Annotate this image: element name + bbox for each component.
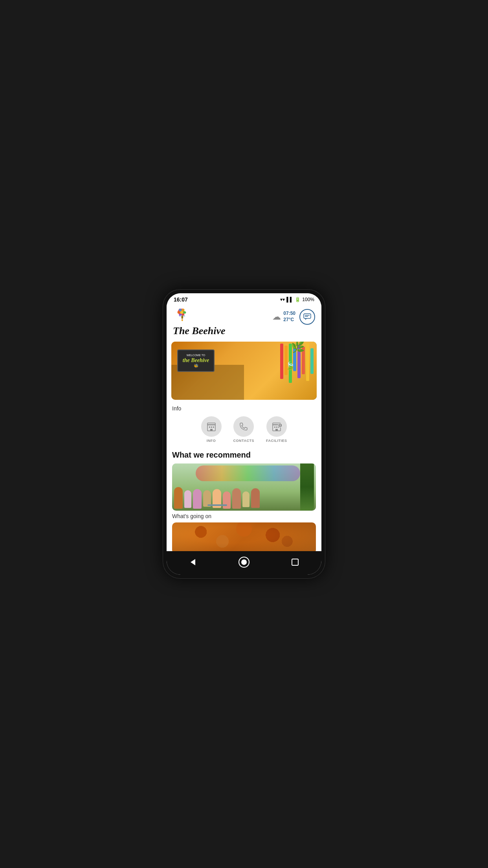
status-icons: ▾▾ ▌▌ 🔋 100% bbox=[280, 297, 314, 302]
recent-icon bbox=[292, 559, 299, 566]
svg-rect-38 bbox=[292, 559, 298, 565]
phone-icon bbox=[238, 421, 249, 432]
hero-sign: WELCOME TO the Beehive 🐝 bbox=[177, 349, 215, 372]
weather-info: 07:50 27°C bbox=[283, 311, 295, 323]
logo-section: The Beehive bbox=[173, 307, 226, 337]
recommend-title: What we recommend bbox=[172, 451, 316, 460]
svg-marker-20 bbox=[305, 318, 307, 320]
wifi-icon: ▾▾ bbox=[280, 297, 285, 302]
contacts-button-label: CONTACTS bbox=[233, 439, 254, 443]
back-button[interactable] bbox=[186, 555, 200, 569]
svg-rect-22 bbox=[207, 423, 215, 425]
svg-rect-30 bbox=[276, 427, 277, 428]
recent-button[interactable] bbox=[288, 555, 302, 569]
recommend-section: What we recommend bbox=[167, 447, 321, 551]
icon-buttons-row: INFO CONTACTS bbox=[167, 415, 321, 447]
hero-image: WELCOME TO the Beehive 🐝 🌿 bbox=[171, 342, 317, 400]
app-header: The Beehive ☁ 07:50 27°C bbox=[167, 304, 321, 338]
svg-rect-11 bbox=[182, 317, 183, 317]
status-time: 16:07 bbox=[174, 296, 188, 303]
hero-sign-name: the Beehive bbox=[182, 357, 210, 364]
svg-rect-23 bbox=[209, 427, 210, 428]
beehive-logo-icon bbox=[173, 307, 191, 325]
svg-rect-17 bbox=[304, 314, 311, 318]
plant-leaf-icon: 🍃 bbox=[285, 361, 295, 371]
back-icon bbox=[189, 558, 197, 566]
svg-rect-25 bbox=[213, 427, 214, 428]
app-logo-title: The Beehive bbox=[173, 325, 226, 337]
svg-rect-32 bbox=[275, 429, 278, 431]
hero-sign-bee: 🐝 bbox=[182, 364, 210, 368]
chat-icon bbox=[303, 313, 311, 320]
facilities-icon-circle bbox=[266, 416, 287, 437]
facilities-button-label: FACILITIES bbox=[266, 439, 287, 443]
phone-screen: 16:07 ▾▾ ▌▌ 🔋 100% bbox=[167, 293, 321, 575]
battery-text: 100% bbox=[302, 297, 314, 302]
svg-point-8 bbox=[180, 311, 183, 314]
building-icon bbox=[206, 421, 216, 432]
status-bar: 16:07 ▾▾ ▌▌ 🔋 100% bbox=[167, 293, 321, 304]
cloud-icon: ☁ bbox=[272, 312, 281, 322]
svg-rect-29 bbox=[274, 427, 275, 428]
svg-rect-12 bbox=[182, 318, 183, 318]
signal-icon: ▌▌ bbox=[286, 297, 293, 302]
svg-marker-37 bbox=[191, 559, 195, 565]
header-right: ☁ 07:50 27°C bbox=[272, 307, 315, 325]
info-button[interactable]: INFO bbox=[201, 416, 222, 443]
facilities-button[interactable]: FACILITIES bbox=[266, 416, 287, 443]
info-icon-circle bbox=[201, 416, 222, 437]
hero-sign-welcome: WELCOME TO bbox=[182, 353, 210, 357]
svg-rect-26 bbox=[210, 429, 213, 431]
facilities-icon bbox=[272, 421, 282, 432]
svg-rect-24 bbox=[211, 427, 212, 428]
contacts-icon-circle bbox=[233, 416, 254, 437]
battery-icon: 🔋 bbox=[295, 297, 301, 302]
svg-rect-35 bbox=[279, 425, 281, 426]
weather-temp: 27°C bbox=[283, 317, 295, 323]
phone-frame: 16:07 ▾▾ ▌▌ 🔋 100% bbox=[163, 289, 325, 579]
recommend-image-2[interactable] bbox=[172, 522, 316, 551]
weather-time: 07:50 bbox=[283, 311, 295, 317]
weather-section: ☁ 07:50 27°C bbox=[272, 311, 295, 323]
plant-icon: 🌿 bbox=[291, 342, 305, 353]
svg-rect-34 bbox=[279, 425, 281, 425]
recommend-image-1[interactable] bbox=[172, 463, 316, 511]
info-button-label: INFO bbox=[207, 439, 216, 443]
home-circle-icon bbox=[241, 559, 247, 565]
svg-rect-10 bbox=[182, 316, 183, 316]
chat-button[interactable] bbox=[299, 309, 315, 325]
recommend-label-1: What's going on bbox=[172, 513, 316, 519]
app-content: The Beehive ☁ 07:50 27°C bbox=[167, 304, 321, 551]
contacts-button[interactable]: CONTACTS bbox=[233, 416, 254, 443]
info-label: Info bbox=[167, 403, 321, 415]
bottom-nav bbox=[167, 551, 321, 575]
home-button[interactable] bbox=[238, 557, 250, 568]
svg-rect-36 bbox=[279, 426, 281, 427]
